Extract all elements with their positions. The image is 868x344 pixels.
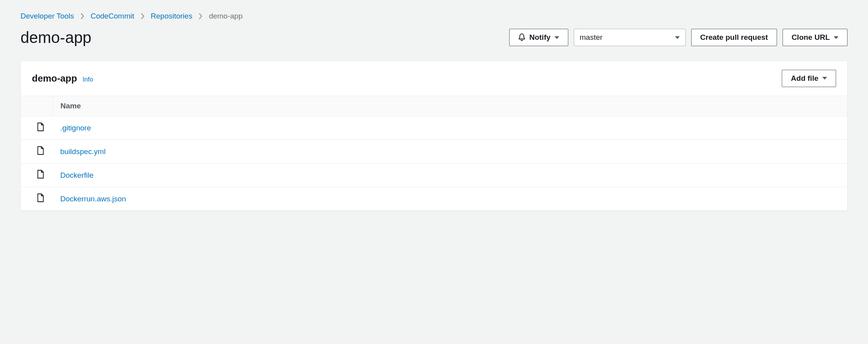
page-title: demo-app bbox=[20, 29, 91, 46]
caret-down-icon bbox=[555, 36, 559, 39]
file-link[interactable]: .gitignore bbox=[60, 124, 91, 132]
table-row: Dockerrun.aws.json bbox=[21, 187, 847, 211]
file-link[interactable]: Dockerfile bbox=[60, 171, 93, 179]
chevron-right-icon bbox=[141, 13, 145, 19]
repository-panel: demo-app Info Add file Name bbox=[20, 61, 848, 211]
notify-label: Notify bbox=[529, 32, 551, 43]
caret-down-icon bbox=[834, 36, 838, 39]
file-link[interactable]: Dockerrun.aws.json bbox=[60, 195, 126, 203]
add-file-label: Add file bbox=[791, 73, 818, 84]
create-pull-request-label: Create pull request bbox=[700, 32, 768, 43]
add-file-button[interactable]: Add file bbox=[782, 70, 836, 87]
breadcrumb-current: demo-app bbox=[209, 11, 243, 22]
breadcrumb-link-codecommit[interactable]: CodeCommit bbox=[91, 11, 134, 22]
bell-icon bbox=[518, 33, 525, 41]
file-icon bbox=[37, 146, 44, 155]
breadcrumb-link-developer-tools[interactable]: Developer Tools bbox=[20, 11, 74, 22]
table-row: buildspec.yml bbox=[21, 140, 847, 164]
info-link[interactable]: Info bbox=[83, 76, 93, 83]
breadcrumb: Developer Tools CodeCommit Repositories … bbox=[20, 11, 848, 22]
notify-button[interactable]: Notify bbox=[509, 29, 568, 46]
file-icon bbox=[37, 123, 44, 131]
clone-url-button[interactable]: Clone URL bbox=[783, 29, 848, 46]
caret-down-icon bbox=[822, 77, 827, 80]
column-header-name: Name bbox=[52, 96, 847, 116]
breadcrumb-link-repositories[interactable]: Repositories bbox=[151, 11, 193, 22]
branch-select[interactable]: master bbox=[574, 29, 686, 46]
chevron-right-icon bbox=[198, 13, 202, 19]
clone-url-label: Clone URL bbox=[792, 32, 830, 43]
table-row: .gitignore bbox=[21, 116, 847, 140]
file-link[interactable]: buildspec.yml bbox=[60, 147, 106, 156]
table-row: Dockerfile bbox=[21, 164, 847, 187]
file-icon bbox=[37, 170, 44, 179]
chevron-right-icon bbox=[80, 13, 84, 19]
column-header-icon bbox=[21, 96, 52, 116]
caret-down-icon bbox=[675, 36, 680, 39]
header-actions: Notify master Create pull request Clone … bbox=[509, 29, 848, 46]
file-table: Name .gitignore bbox=[21, 96, 847, 210]
panel-title: demo-app bbox=[32, 73, 77, 84]
create-pull-request-button[interactable]: Create pull request bbox=[691, 29, 777, 46]
file-icon bbox=[37, 193, 44, 202]
branch-selected-value: master bbox=[580, 32, 603, 43]
